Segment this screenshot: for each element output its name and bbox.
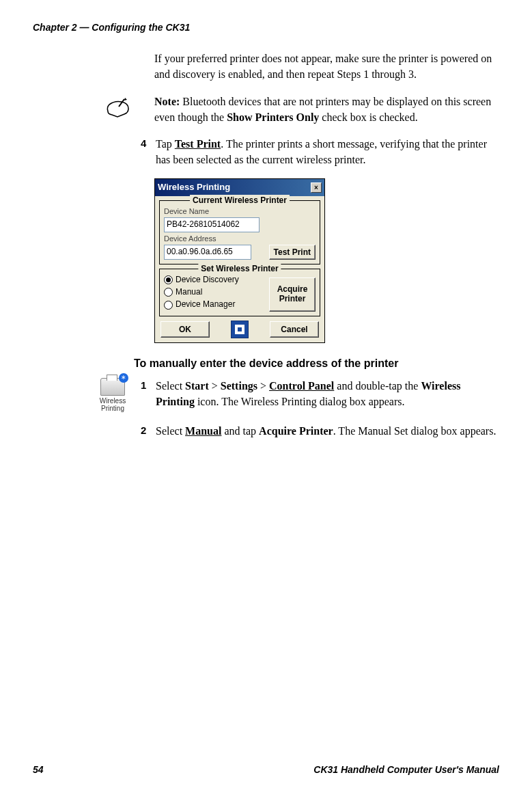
dialog-title: Wireless Printing [158, 181, 230, 194]
radio-discovery-label: Device Discovery [176, 274, 239, 286]
step-number: 1 [141, 378, 154, 393]
page-number: 54 [33, 763, 44, 776]
step1-t1: Select [156, 380, 185, 392]
device-name-field[interactable]: PB42-26810514062 [164, 217, 260, 232]
step4-test-print-link[interactable]: Test Print [175, 138, 221, 150]
step1-gt2: > [257, 380, 269, 392]
current-printer-legend: Current Wireless Printer [190, 195, 290, 206]
page-header: Chapter 2 — Configuring the CK31 [33, 21, 499, 34]
step-number: 4 [141, 136, 154, 151]
step-2: 2 Select Manual and tap Acquire Printer.… [33, 423, 499, 439]
step4-text-prefix: Tap [156, 138, 175, 150]
manual-link[interactable]: Manual [185, 425, 221, 437]
test-print-button[interactable]: Test Print [269, 245, 316, 260]
wireless-printing-dialog: Wireless Printing × Current Wireless Pri… [154, 178, 325, 342]
note-icon [104, 96, 132, 118]
wireless-printing-icon: ∗ Wireless Printing [98, 378, 127, 412]
radio-manager-label: Device Manager [176, 299, 235, 310]
control-panel-link[interactable]: Control Panel [269, 380, 334, 392]
current-wireless-printer-group: Current Wireless Printer Device Name PB4… [159, 200, 320, 264]
note-body-2: check box is checked. [319, 111, 417, 123]
close-icon[interactable]: × [311, 182, 322, 193]
step2-t1: Select [156, 425, 185, 437]
radio-manual-label: Manual [176, 286, 202, 298]
intro-paragraph: If your preferred printer does not appea… [154, 51, 499, 82]
step1-t3: icon. The Wireless Printing dialog box a… [195, 396, 405, 407]
start-menu: Start [185, 380, 209, 392]
set-printer-legend: Set Wireless Printer [198, 263, 281, 275]
acquire-printer-text: Acquire Printer [259, 425, 333, 437]
ok-button[interactable]: OK [160, 321, 210, 338]
wireless-printing-icon-label: Wireless Printing [98, 397, 127, 412]
step2-t3: . The Manual Set dialog box appears. [333, 425, 496, 437]
device-address-field[interactable]: 00.a0.96.0a.d6.65 [164, 245, 251, 259]
radio-device-discovery[interactable]: Device Discovery [164, 274, 269, 286]
radio-manual[interactable]: Manual [164, 286, 269, 298]
dialog-titlebar: Wireless Printing × [155, 179, 324, 196]
page-footer: 54 CK31 Handheld Computer User's Manual [33, 763, 499, 776]
manual-title: CK31 Handheld Computer User's Manual [313, 763, 499, 776]
svg-marker-1 [124, 98, 127, 100]
set-wireless-printer-group: Set Wireless Printer Device Discovery Ma… [159, 269, 320, 316]
cancel-button[interactable]: Cancel [270, 321, 319, 338]
step1-t2: and double-tap the [334, 380, 421, 392]
manual-entry-heading: To manually enter the device address of … [134, 355, 499, 371]
step-4: 4 Tap Test Print. The printer prints a s… [33, 136, 499, 167]
wireless-printing-screenshot: Wireless Printing × Current Wireless Pri… [154, 178, 499, 342]
note-bold-phrase: Show Printers Only [227, 111, 319, 123]
note-prefix: Note: [154, 96, 180, 107]
settings-menu: Settings [221, 380, 257, 392]
taskbar-icon[interactable] [231, 321, 249, 338]
step-1: ∗ Wireless Printing 1 Select Start > Set… [33, 378, 499, 412]
note-block: Note: Bluetooth devices that are not pri… [33, 94, 499, 125]
acquire-printer-button[interactable]: AcquirePrinter [269, 277, 316, 312]
radio-device-manager[interactable]: Device Manager [164, 299, 269, 310]
step-number: 2 [141, 423, 154, 438]
bluetooth-icon: ∗ [119, 373, 128, 383]
device-address-label: Device Address [164, 234, 316, 245]
step2-t2: and tap [221, 425, 259, 437]
device-name-label: Device Name [164, 206, 316, 217]
step1-gt1: > [209, 380, 221, 392]
